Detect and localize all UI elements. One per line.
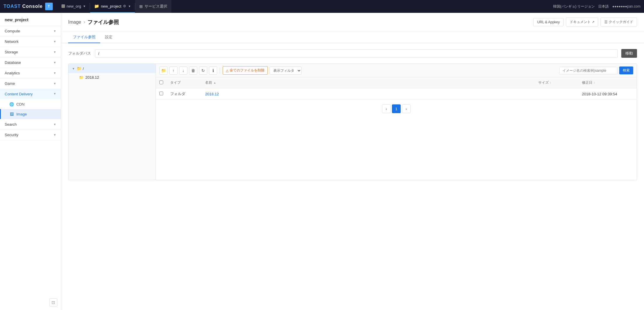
chevron-down-icon-security: ▼ bbox=[53, 133, 56, 136]
folder-path-input[interactable] bbox=[95, 49, 618, 58]
row-type-cell: フォルダ bbox=[167, 88, 202, 100]
sidebar-item-storage[interactable]: Storage ▼ bbox=[0, 47, 61, 57]
delete-button[interactable]: 🗑 bbox=[189, 66, 197, 75]
sidebar-item-database[interactable]: Database ▼ bbox=[0, 57, 61, 68]
external-link-icon: ↗ bbox=[592, 20, 594, 24]
upload-button[interactable]: ↑ bbox=[169, 66, 177, 75]
nav-project[interactable]: 📁 new_project ⚙ ▼ bbox=[90, 0, 135, 13]
th-name-sort[interactable]: 名前 ▲ bbox=[205, 80, 531, 85]
sidebar-label-security: Security bbox=[5, 133, 18, 137]
toast-brand: TOAST Console bbox=[3, 4, 43, 9]
project-title: new_project bbox=[0, 13, 61, 26]
tab-file-browse-label: ファイル参照 bbox=[73, 35, 96, 39]
page-header: Image › ファイル参照 URL & Appkey ドキュメント ↗ ☰ ク… bbox=[61, 13, 644, 31]
sidebar-item-network[interactable]: Network ▼ bbox=[0, 36, 61, 47]
table-body: フォルダ 2018.12 2018-10-12 09:39:54 bbox=[156, 88, 637, 100]
image-search-button[interactable]: 検索 bbox=[619, 66, 633, 74]
layout: new_project Compute ▼ Network ▼ bbox=[0, 13, 644, 310]
new-folder-icon: 📁 bbox=[161, 68, 166, 73]
quick-guide-button[interactable]: ☰ クイックガイド bbox=[601, 17, 637, 27]
download-button[interactable]: ↓ bbox=[179, 66, 187, 75]
sidebar-label-image: Image bbox=[16, 112, 27, 116]
sidebar-item-analytics[interactable]: Analytics ▼ bbox=[0, 68, 61, 78]
tree-child-item[interactable]: 📁 2018.12 bbox=[68, 73, 156, 82]
trash-icon: 🗑 bbox=[191, 68, 195, 73]
row-checkbox-cell bbox=[156, 88, 167, 100]
tree-folder-icon: 📁 bbox=[77, 66, 82, 71]
document-label: ドキュメント bbox=[570, 20, 591, 24]
toolbar-separator bbox=[220, 68, 220, 73]
sidebar-label-analytics: Analytics bbox=[5, 71, 20, 75]
th-size-sort[interactable]: サイズ ↕ bbox=[538, 80, 575, 85]
th-type-label: タイプ bbox=[170, 80, 181, 85]
file-list-panel: 📁 ↑ ↓ 🗑 ↻ bbox=[156, 64, 637, 180]
tab-settings[interactable]: 設定 bbox=[100, 31, 117, 43]
breadcrumb-current: ファイル参照 bbox=[87, 19, 119, 26]
sidebar-section-database: Database ▼ bbox=[0, 57, 61, 68]
folder-path-row: フォルダパス 移動 bbox=[68, 49, 637, 58]
tree-panel: ▼ 📁 / 📁 2018.12 bbox=[68, 64, 156, 180]
grid-icon: ⊞ bbox=[139, 4, 143, 9]
info-icon: ℹ bbox=[212, 68, 214, 73]
header-actions: URL & Appkey ドキュメント ↗ ☰ クイックガイド bbox=[533, 17, 637, 27]
row-name-cell[interactable]: 2018.12 bbox=[202, 88, 535, 100]
tabs: ファイル参照 設定 bbox=[61, 31, 644, 43]
new-folder-button[interactable]: 📁 bbox=[159, 66, 168, 75]
th-size[interactable]: サイズ ↕ bbox=[535, 77, 578, 88]
sidebar-label-storage: Storage bbox=[5, 50, 18, 54]
tree-root-item[interactable]: ▼ 📁 / bbox=[68, 64, 156, 73]
sidebar-item-game[interactable]: Game ▼ bbox=[0, 78, 61, 89]
folder-path-label: フォルダパス bbox=[68, 51, 92, 56]
sidebar-item-search[interactable]: Search ▼ bbox=[0, 119, 61, 129]
sidebar-label-database: Database bbox=[5, 60, 21, 65]
next-page-button[interactable]: › bbox=[402, 104, 411, 113]
refresh-button[interactable]: ↻ bbox=[199, 66, 207, 75]
document-button[interactable]: ドキュメント ↗ bbox=[566, 17, 598, 27]
chevron-down-icon-network: ▼ bbox=[53, 40, 56, 43]
file-table: タイプ 名前 ▲ サイズ bbox=[156, 77, 637, 100]
move-button[interactable]: 移動 bbox=[621, 49, 637, 58]
th-name[interactable]: 名前 ▲ bbox=[202, 77, 535, 88]
sidebar-collapse-button[interactable]: ⊡ bbox=[49, 298, 57, 307]
refresh-icon: ↻ bbox=[201, 68, 205, 73]
top-header: TOAST Console T new_org ▼ 📁 new_project … bbox=[0, 0, 644, 13]
row-checkbox[interactable] bbox=[159, 92, 163, 95]
chevron-down-icon-search: ▼ bbox=[53, 123, 56, 126]
pagination: ‹ 1 › bbox=[156, 100, 637, 118]
image-search-input[interactable] bbox=[559, 67, 617, 74]
logo-box: T bbox=[45, 3, 53, 10]
service-select-button[interactable]: ⊞ サービス選択 bbox=[135, 0, 171, 13]
prev-page-button[interactable]: ‹ bbox=[382, 104, 391, 113]
menu-icon: ☰ bbox=[604, 20, 608, 24]
select-all-checkbox[interactable] bbox=[159, 80, 163, 84]
org-name: new_org bbox=[67, 4, 81, 8]
tab-file-browse[interactable]: ファイル参照 bbox=[68, 31, 100, 43]
region-label: 韓国(パンギョ) リージョン bbox=[553, 4, 595, 9]
page-1-button[interactable]: 1 bbox=[392, 104, 401, 113]
project-chevron-icon: ▼ bbox=[128, 5, 131, 8]
sidebar-label-game: Game bbox=[5, 81, 15, 86]
th-modified[interactable]: 修正日 ↕ bbox=[578, 77, 637, 88]
sidebar-item-content-delivery[interactable]: Content Delivery ▲ bbox=[0, 89, 61, 99]
sidebar-item-security[interactable]: Security ▼ bbox=[0, 130, 61, 140]
sidebar-item-image[interactable]: 🖼 Image bbox=[0, 109, 61, 119]
th-modified-sort[interactable]: 修正日 ↕ bbox=[582, 80, 633, 85]
sidebar-item-cdn[interactable]: 🌐 CDN bbox=[0, 99, 61, 109]
org-chevron-icon: ▼ bbox=[83, 5, 86, 8]
chevron-up-icon: ▲ bbox=[53, 92, 56, 96]
delete-all-button[interactable]: △ 全てのファイルを削除 bbox=[223, 66, 268, 75]
display-filter-select[interactable]: 表示フィルタ 全て フォルダ ファイル bbox=[270, 66, 302, 75]
tree-child-label: 2018.12 bbox=[85, 75, 99, 80]
info-button[interactable]: ℹ bbox=[209, 66, 217, 75]
url-appkey-button[interactable]: URL & Appkey bbox=[533, 18, 564, 26]
breadcrumb-separator: › bbox=[83, 19, 85, 25]
header-right: 韓国(パンギョ) リージョン 日本語 ●●●●●●●pan.com bbox=[553, 4, 641, 9]
row-size-cell bbox=[535, 88, 578, 100]
url-appkey-label: URL & Appkey bbox=[537, 20, 560, 24]
sidebar-item-compute[interactable]: Compute ▼ bbox=[0, 26, 61, 36]
next-icon: › bbox=[406, 107, 407, 111]
row-modified-cell: 2018-10-12 09:39:54 bbox=[578, 88, 637, 100]
project-name: new_project bbox=[101, 4, 121, 8]
nav-org[interactable]: new_org ▼ bbox=[57, 0, 90, 13]
lang-label: 日本語 bbox=[598, 4, 609, 9]
